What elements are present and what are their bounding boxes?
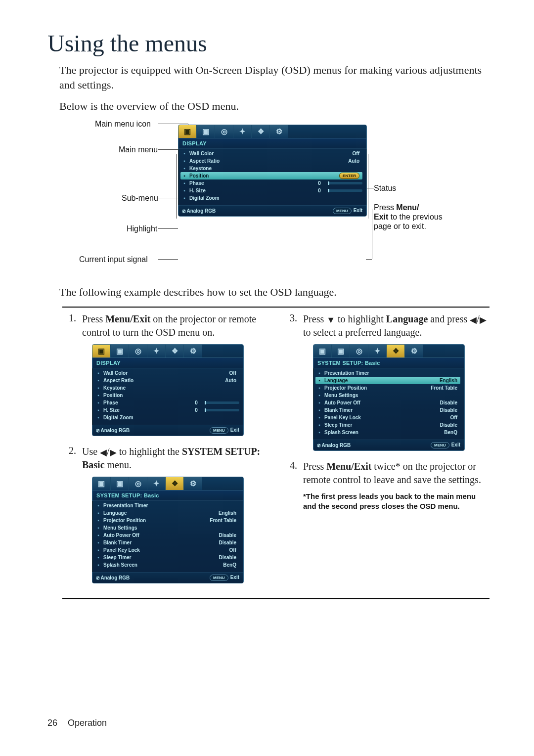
osd-tab: ✦ [147,345,166,357]
arrow-right-icon: ▶ [110,447,117,457]
slider-track [328,182,362,184]
osd-system-basic-highlight: ▣ ▣ ◎ ✦ ❖ ⚙ SYSTEM SETUP: Basic ▪Present… [313,344,465,451]
osd-row: ▪Projector PositionFront Table [94,517,239,524]
arrow-right-icon: ▶ [480,315,487,325]
row-icon: ▪ [94,415,102,420]
row-icon: ▪ [180,173,188,178]
osd-tab: ❖ [166,345,184,357]
step-3-number: 3. [283,312,297,339]
row-label: Splash Screen [102,562,158,568]
osd-row: ▪Phase0 [180,179,362,187]
label-main-menu: Main menu [119,145,158,154]
row-value: Disable [379,422,460,428]
osd-input-signal: ⎚ Analog RGB [96,428,130,433]
row-label: Blank Timer [102,540,158,545]
row-icon: ▪ [315,378,323,383]
osd-tab: ▣ [92,477,111,490]
label-press-menu-exit: Press Menu/Exit to the previous page or … [374,203,453,231]
osd-row: ▪Keystone [180,165,362,172]
row-label: Digital Zoom [102,415,158,420]
slider-track [205,409,239,411]
following-text: The following example describes how to s… [59,285,490,300]
osd-tab-bar: ▣ ▣ ◎ ✦ ❖ ⚙ [178,125,366,138]
osd-row: ▪Blank TimerDisable [94,539,239,546]
row-icon: ▪ [94,393,102,398]
osd-row: ▪Phase0 [94,399,239,406]
osd-row: ▪Splash ScreenBenQ [94,561,239,569]
row-label: Auto Power Off [102,533,158,538]
osd-menu-title: DISPLAY [92,358,243,368]
step-1-text: Press Menu/Exit on the projector or remo… [82,312,268,339]
row-icon: ▪ [180,158,188,164]
osd-tab: ❖ [387,345,405,357]
label-current-input: Current input signal [79,255,148,264]
osd-tab-6: ⚙ [270,125,288,138]
row-icon: ▪ [180,180,188,186]
row-icon: ▪ [315,385,323,391]
row-label: Presentation Timer [323,370,379,376]
steps-container: 1. Press Menu/Exit on the projector or r… [62,307,490,599]
row-icon: ▪ [315,430,323,435]
osd-row: ▪Presentation Timer [94,502,239,509]
row-value: BenQ [379,430,460,435]
row-value: Auto [158,378,239,383]
row-icon: ▪ [180,188,188,193]
row-icon: ▪ [94,547,102,553]
row-icon: ▪ [315,422,323,428]
row-label: Menu Settings [102,525,158,531]
row-label: Aspect Ratio [102,378,158,383]
osd-tab: ✦ [147,477,166,490]
row-label: Language [323,378,379,383]
row-label: Position [102,393,158,398]
row-label: H. Size [188,188,244,193]
row-value: Disable [158,555,239,560]
row-value: Disable [158,540,239,545]
step-4-text: Press Menu/Exit twice* on the projector … [303,460,490,487]
row-label: Language [102,510,158,516]
row-label: Auto Power Off [323,400,379,405]
row-icon: ▪ [94,378,102,383]
row-icon: ▪ [180,166,188,171]
row-value: Disable [158,533,239,538]
row-label: Keystone [102,385,158,391]
below-text: Below is the overview of the OSD menu. [59,99,490,114]
step-4-note: *The first press leads you back to the m… [303,491,490,512]
section-name: Operation [68,718,107,728]
slider-track [205,401,239,404]
step-4-number: 4. [283,460,297,487]
row-label: Aspect Ratio [188,158,244,164]
row-label: Projector Position [102,518,158,523]
label-highlight: Highlight [127,224,157,233]
label-status: Status [374,184,396,193]
osd-row: ▪Panel Key LockOff [94,546,239,554]
osd-tab: ⚙ [184,345,202,357]
row-label: H. Size [102,407,158,413]
osd-tab: ▣ [332,345,350,357]
osd-row: ▪Auto Power OffDisable [94,532,239,539]
osd-row: ▪Wall ColorOff [94,369,239,377]
osd-row: ▪H. Size0 [180,187,362,194]
row-icon: ▪ [94,555,102,560]
row-label: Position [188,173,244,178]
osd-row: ▪PositionENTER [180,172,362,179]
osd-row: ▪Splash ScreenBenQ [315,429,460,436]
osd-tab-3: ◎ [215,125,233,138]
row-value: Disable [379,400,460,405]
label-main-menu-icon: Main menu icon [95,120,151,129]
osd-row: ▪Keystone [94,384,239,392]
osd-tab: ⚙ [405,345,423,357]
row-icon: ▪ [94,370,102,376]
row-icon: ▪ [94,518,102,523]
osd-tab: ▣ [111,477,129,490]
osd-body: ▪Wall ColorOff▪Aspect RatioAuto▪Keystone… [178,149,366,205]
osd-tab: ▣ [111,345,129,357]
row-icon: ▪ [94,503,102,508]
row-value: Off [244,151,362,156]
row-value: Off [158,370,239,376]
row-icon: ▪ [315,400,323,405]
osd-display-small: ▣ ▣ ◎ ✦ ❖ ⚙ DISPLAY ▪Wall ColorOff▪Aspec… [92,344,244,436]
osd-row: ▪Aspect RatioAuto [94,377,239,384]
row-icon: ▪ [94,525,102,531]
row-label: Wall Color [188,151,244,156]
row-icon: ▪ [315,407,323,413]
